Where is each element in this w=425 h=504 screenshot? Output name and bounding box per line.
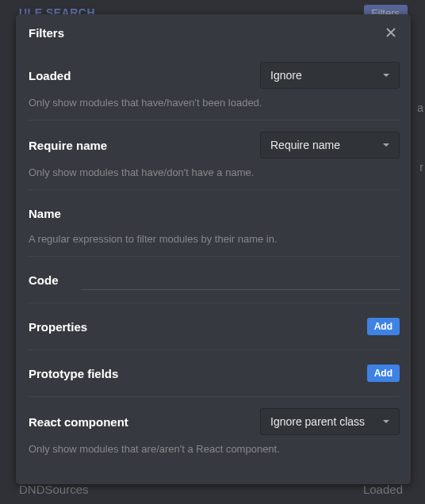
filter-section-require-name: Require name Require name Only show modu… bbox=[29, 120, 400, 190]
prototype-fields-label: Prototype fields bbox=[29, 367, 118, 380]
require-name-select-value: Require name bbox=[270, 139, 340, 151]
require-name-label: Require name bbox=[29, 139, 107, 152]
react-component-select[interactable]: Ignore parent class bbox=[260, 408, 400, 435]
filter-section-prototype-fields: Prototype fields Add bbox=[29, 350, 400, 397]
code-label: Code bbox=[29, 273, 59, 287]
loaded-label: Loaded bbox=[29, 69, 71, 82]
filter-section-react-component: React component Ignore parent class Only… bbox=[29, 397, 400, 466]
react-component-label: React component bbox=[29, 415, 128, 429]
modal-title: Filters bbox=[29, 26, 64, 40]
chevron-down-icon bbox=[381, 417, 391, 426]
react-component-select-value: Ignore parent class bbox=[270, 415, 365, 428]
add-property-button[interactable]: Add bbox=[367, 318, 400, 335]
code-input[interactable] bbox=[81, 270, 400, 290]
loaded-select[interactable]: Ignore bbox=[260, 62, 400, 89]
side-text: a bbox=[417, 101, 423, 114]
require-name-description: Only show modules that have/don't have a… bbox=[29, 166, 400, 178]
require-name-select[interactable]: Require name bbox=[260, 132, 400, 158]
chevron-down-icon bbox=[381, 140, 391, 150]
add-prototype-field-button[interactable]: Add bbox=[367, 365, 400, 382]
loaded-select-value: Ignore bbox=[270, 69, 302, 82]
react-component-description: Only show modules that are/aren't a Reac… bbox=[29, 443, 400, 455]
filter-section-properties: Properties Add bbox=[29, 304, 400, 350]
filter-section-name: Name A regular expression to filter modu… bbox=[29, 190, 400, 257]
module-name-bg: DNDSources bbox=[19, 483, 89, 496]
filters-modal: Filters Loaded Ignore Only show modules … bbox=[16, 14, 411, 484]
modal-header: Filters bbox=[16, 14, 411, 44]
side-text: r bbox=[419, 161, 423, 174]
chevron-down-icon bbox=[381, 71, 391, 80]
properties-label: Properties bbox=[29, 320, 87, 334]
modal-body: Loaded Ignore Only show modules that hav… bbox=[16, 44, 411, 484]
filter-section-loaded: Loaded Ignore Only show modules that hav… bbox=[29, 51, 400, 120]
filter-section-code: Code bbox=[29, 257, 400, 304]
name-label: Name bbox=[29, 207, 61, 220]
module-status-bg: Loaded bbox=[363, 483, 403, 496]
close-icon[interactable] bbox=[384, 25, 398, 40]
loaded-description: Only show modules that have/haven't been… bbox=[29, 97, 400, 109]
name-description: A regular expression to filter modules b… bbox=[29, 233, 400, 245]
